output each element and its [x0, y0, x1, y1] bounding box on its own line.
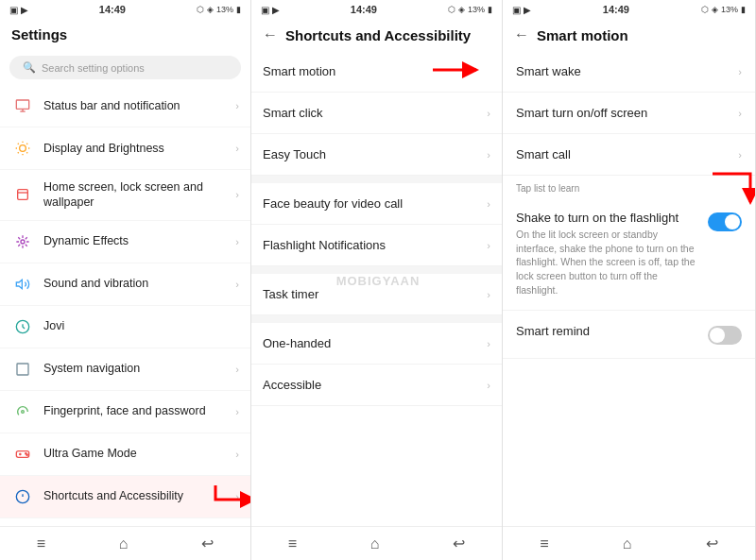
device-icon-3: ▣ ▶: [512, 5, 531, 15]
home-nav-icon-3[interactable]: ⌂: [623, 535, 632, 552]
chevron-icon: ›: [235, 189, 239, 200]
svg-line-6: [18, 144, 19, 144]
menu-item-fingerprint[interactable]: Fingerprint, face and password ›: [0, 391, 250, 433]
chevron-icon: ›: [235, 364, 239, 375]
back-nav-icon-1[interactable]: ↩: [201, 535, 214, 552]
tasktimer-label: Task timer: [263, 287, 487, 301]
p3-item-smartcall[interactable]: Smart call ›: [503, 134, 755, 176]
svg-rect-16: [17, 364, 28, 375]
bottom-nav-2: ≡ ⌂ ↩: [251, 526, 502, 560]
settings-title: Settings: [0, 19, 250, 50]
shortcuts-label: Shortcuts and Accessibility: [43, 488, 235, 503]
search-icon: 🔍: [23, 61, 36, 74]
menu-item-effects[interactable]: Dynamic Effects ›: [0, 221, 250, 263]
svg-point-3: [20, 145, 26, 152]
divider-1: [251, 176, 502, 183]
p3-item-shake-flashlight[interactable]: Shake to turn on the flashlight On the l…: [503, 197, 755, 311]
p2-item-flashlight[interactable]: Flashlight Notifications ›: [251, 225, 502, 266]
divider-2: [251, 266, 502, 274]
chevron-icon: ›: [487, 380, 490, 391]
status-bar-3: ▣ ▶ 14:49 ⬡ ◈ 13% ▮: [503, 0, 755, 19]
svg-point-18: [26, 454, 27, 455]
status-bar-label: Status bar and notification: [43, 98, 235, 113]
bottom-nav-1: ≡ ⌂ ↩: [0, 526, 250, 560]
search-bar[interactable]: 🔍 Search setting options: [9, 56, 241, 79]
back-button-2[interactable]: ←: [263, 26, 278, 43]
menu-item-shortcuts[interactable]: Shortcuts and Accessibility ›: [0, 476, 250, 518]
menu-item-status-bar[interactable]: Status bar and notification ›: [0, 85, 250, 127]
p2-item-smartclick[interactable]: Smart click ›: [251, 93, 502, 134]
p2-item-tasktimer[interactable]: Task timer ›: [251, 274, 502, 315]
status-bar-1: ▣ ▶ 14:49 ⬡ ◈ 13% ▮: [0, 0, 250, 19]
menu-item-jovi[interactable]: Jovi: [0, 306, 250, 348]
p2-item-smartmotion[interactable]: Smart motion: [251, 51, 502, 93]
p2-item-accessible[interactable]: Accessible ›: [251, 365, 502, 406]
menu-item-sysnavigation[interactable]: System navigation ›: [0, 348, 250, 391]
time-3: 14:49: [603, 4, 629, 15]
p2-item-facebeauty[interactable]: Face beauty for video call ›: [251, 183, 502, 225]
shake-flashlight-toggle[interactable]: [708, 212, 742, 231]
chevron-icon: ›: [738, 66, 742, 77]
panel-smartmotion: ▣ ▶ 14:49 ⬡ ◈ 13% ▮ ← Smart motion Smart…: [503, 0, 756, 560]
svg-point-14: [21, 240, 25, 244]
divider-3: [251, 315, 502, 323]
svg-line-11: [26, 144, 27, 144]
status-bar-icon: [11, 94, 34, 117]
sound-label: Sound and vibration: [43, 276, 235, 291]
shake-flashlight-subtitle: On the lit lock screen or standby interf…: [516, 228, 700, 297]
fingerprint-icon: [11, 400, 34, 423]
sound-icon: [11, 273, 34, 296]
menu-nav-icon-1[interactable]: ≡: [37, 535, 45, 552]
menu-nav-icon-3[interactable]: ≡: [540, 535, 548, 552]
smartwake-title: Smart wake: [516, 64, 738, 78]
p2-item-easytouch[interactable]: Easy Touch ›: [251, 134, 502, 176]
smartclick-label: Smart click: [263, 106, 487, 120]
smartremind-toggle[interactable]: [708, 326, 742, 345]
chevron-icon: ›: [487, 289, 490, 300]
menu-item-homescreen[interactable]: Home screen, lock screen and wallpaper ›: [0, 170, 250, 221]
flashlight-label: Flashlight Notifications: [263, 238, 487, 252]
navigation-icon: [11, 358, 34, 381]
shortcuts-list: Smart motion Smart click › Easy Touch ›: [251, 51, 502, 526]
navigation-label: System navigation: [43, 361, 235, 376]
shortcuts-header: ← Shortcuts and Accessibility: [251, 19, 502, 51]
settings-menu-list: Status bar and notification › Display an…: [0, 85, 250, 526]
back-nav-icon-3[interactable]: ↩: [706, 535, 718, 552]
fingerprint-label: Fingerprint, face and password: [43, 403, 235, 418]
chevron-icon: ›: [487, 108, 490, 119]
menu-item-gamemode[interactable]: Ultra Game Mode ›: [0, 433, 250, 476]
p3-item-smartwake[interactable]: Smart wake ›: [503, 51, 755, 93]
home-nav-icon-2[interactable]: ⌂: [370, 535, 380, 552]
chevron-icon: ›: [235, 406, 239, 417]
back-button-3[interactable]: ←: [514, 26, 529, 43]
svg-line-7: [26, 152, 27, 153]
gamemode-label: Ultra Game Mode: [43, 446, 235, 461]
menu-item-sound[interactable]: Sound and vibration ›: [0, 263, 250, 306]
smartmotion-list: Smart wake › Smart turn on/off screen › …: [503, 51, 755, 526]
shake-flashlight-title: Shake to turn on the flashlight: [516, 211, 700, 225]
chevron-icon: ›: [235, 279, 239, 290]
menu-item-display[interactable]: Display and Brightness ›: [0, 127, 250, 170]
bottom-nav-3: ≡ ⌂ ↩: [503, 526, 755, 560]
search-placeholder: Search setting options: [42, 62, 145, 74]
chevron-icon: ›: [487, 338, 490, 349]
status-icons-1: ⬡ ◈ 13% ▮: [197, 5, 241, 14]
menu-item-system[interactable]: System management ›: [0, 518, 250, 527]
p3-item-smartremind[interactable]: Smart remind: [503, 311, 755, 359]
panel-shortcuts: ▣ ▶ 14:49 ⬡ ◈ 13% ▮ ← Shortcuts and Acce…: [251, 0, 503, 560]
chevron-icon: ›: [235, 449, 239, 460]
menu-nav-icon-2[interactable]: ≡: [288, 535, 297, 552]
p2-item-onehanded[interactable]: One-handed ›: [251, 323, 502, 365]
onehanded-label: One-handed: [263, 336, 487, 350]
shortcuts-icon: [11, 485, 34, 508]
chevron-icon: ›: [738, 149, 742, 161]
chevron-icon: ›: [487, 240, 490, 251]
back-nav-icon-2[interactable]: ↩: [453, 535, 465, 552]
svg-rect-12: [18, 190, 28, 200]
p3-item-smartturn[interactable]: Smart turn on/off screen ›: [503, 93, 755, 134]
home-nav-icon-1[interactable]: ⌂: [119, 535, 129, 552]
smartremind-title: Smart remind: [516, 324, 700, 338]
chevron-icon: ›: [738, 108, 742, 119]
status-icons-3: ⬡ ◈ 13% ▮: [701, 5, 746, 14]
svg-line-10: [18, 152, 19, 153]
